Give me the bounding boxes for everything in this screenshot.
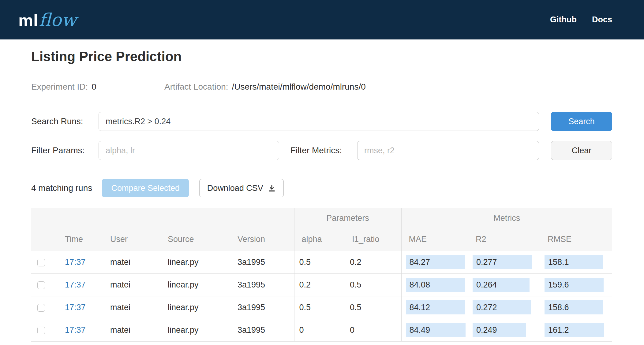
clear-button[interactable]: Clear (551, 141, 612, 160)
run-source: linear.py (160, 296, 230, 319)
run-version: 3a1995 (230, 319, 294, 341)
table-group-header-row: Parameters Metrics (31, 208, 612, 228)
filter-params-input[interactable] (99, 141, 279, 160)
table-row: 17:37 matei linear.py 3a1995 0.5 0.2 84.… (31, 251, 612, 273)
run-checkbox[interactable] (37, 327, 45, 334)
table-row: 17:37 matei linear.py 3a1995 0.2 0.5 84.… (31, 273, 612, 296)
table-row: 17:37 matei linear.py 3a1995 0 0 84.49 0… (31, 319, 612, 341)
col-r2: R2 (468, 228, 540, 251)
param-l1-ratio: 0.2 (345, 251, 401, 273)
experiment-id-value: 0 (92, 82, 96, 92)
main-content: Listing Price Prediction Experiment ID: … (0, 39, 644, 342)
run-source: linear.py (160, 273, 230, 296)
artifact-location-label: Artifact Location: (164, 82, 228, 92)
col-checkbox (31, 228, 58, 251)
runs-table: Parameters Metrics Time User Source Vers… (31, 208, 612, 342)
runs-actions-row: 4 matching runs Compare Selected Downloa… (31, 179, 613, 197)
run-time-link[interactable]: 17:37 (65, 280, 86, 289)
metric-r2: 0.264 (473, 278, 530, 292)
logo-flow-text: flow (39, 9, 77, 30)
experiment-meta: Experiment ID: 0 Artifact Location: /Use… (31, 82, 613, 92)
header-nav: Github Docs (550, 15, 612, 24)
col-l1-ratio: l1_ratio (345, 228, 401, 251)
param-l1-ratio: 0 (345, 319, 401, 341)
nav-github-link[interactable]: Github (550, 15, 577, 24)
run-checkbox[interactable] (37, 259, 45, 266)
group-header-metrics: Metrics (401, 208, 612, 228)
group-header-blank (31, 208, 294, 228)
table-row: 17:37 matei linear.py 3a1995 0.5 0.5 84.… (31, 296, 612, 319)
nav-docs-link[interactable]: Docs (592, 15, 612, 24)
col-rmse: RMSE (540, 228, 612, 251)
run-checkbox[interactable] (37, 281, 45, 289)
col-time: Time (58, 228, 103, 251)
artifact-location-value: /Users/matei/mlflow/demo/mlruns/0 (232, 82, 366, 92)
run-checkbox[interactable] (37, 304, 45, 312)
run-version: 3a1995 (230, 296, 294, 319)
run-time-link[interactable]: 17:37 (65, 258, 86, 267)
search-button[interactable]: Search (551, 112, 612, 131)
run-time-link[interactable]: 17:37 (65, 303, 86, 312)
filter-metrics-label: Filter Metrics: (290, 146, 357, 155)
download-icon (268, 184, 276, 192)
runs-table-header: Parameters Metrics Time User Source Vers… (31, 208, 612, 251)
matching-runs-count: 4 matching runs (31, 183, 92, 193)
metric-rmse: 161.2 (545, 323, 604, 337)
app-header: mlflow Github Docs (0, 0, 644, 39)
logo-ml-text: ml (18, 11, 38, 30)
run-version: 3a1995 (230, 251, 294, 273)
artifact-location-group: Artifact Location: /Users/matei/mlflow/d… (164, 82, 366, 92)
col-mae: MAE (401, 228, 468, 251)
metric-rmse: 158.1 (545, 255, 603, 269)
metric-r2: 0.249 (473, 323, 526, 337)
col-user: User (103, 228, 160, 251)
filter-params-label: Filter Params: (31, 146, 99, 155)
param-l1-ratio: 0.5 (345, 296, 401, 319)
metric-rmse: 159.6 (545, 278, 604, 292)
col-version: Version (230, 228, 294, 251)
metric-r2: 0.272 (473, 300, 531, 314)
download-csv-button[interactable]: Download CSV (199, 179, 284, 197)
experiment-id-label: Experiment ID: (31, 82, 88, 92)
run-source: linear.py (160, 319, 230, 341)
run-user: matei (103, 319, 160, 341)
table-column-header-row: Time User Source Version alpha l1_ratio … (31, 228, 612, 251)
download-csv-label: Download CSV (207, 184, 263, 193)
metric-mae: 84.27 (406, 255, 465, 269)
param-alpha: 0 (294, 319, 345, 341)
run-user: matei (103, 296, 160, 319)
run-time-link[interactable]: 17:37 (65, 325, 86, 335)
metric-mae: 84.49 (406, 323, 466, 337)
metric-mae: 84.12 (406, 300, 465, 314)
search-runs-label: Search Runs: (31, 117, 99, 126)
run-source: linear.py (160, 251, 230, 273)
param-alpha: 0.5 (294, 296, 345, 319)
metric-mae: 84.08 (406, 278, 465, 292)
metric-r2: 0.277 (473, 255, 532, 269)
compare-selected-button[interactable]: Compare Selected (102, 179, 189, 197)
page-title: Listing Price Prediction (31, 49, 613, 64)
runs-table-body: 17:37 matei linear.py 3a1995 0.5 0.2 84.… (31, 251, 612, 341)
col-source: Source (160, 228, 230, 251)
run-version: 3a1995 (230, 273, 294, 296)
param-l1-ratio: 0.5 (345, 273, 401, 296)
filters-row: Filter Params: Filter Metrics: Clear (31, 141, 612, 160)
col-alpha: alpha (294, 228, 345, 251)
run-user: matei (103, 251, 160, 273)
group-header-parameters: Parameters (294, 208, 401, 228)
search-runs-input[interactable] (99, 112, 539, 131)
run-user: matei (103, 273, 160, 296)
param-alpha: 0.5 (294, 251, 345, 273)
mlflow-logo[interactable]: mlflow (18, 9, 77, 30)
metric-rmse: 158.6 (545, 300, 603, 314)
filter-metrics-input[interactable] (357, 141, 539, 160)
experiment-id-group: Experiment ID: 0 (31, 82, 164, 92)
search-runs-row: Search Runs: Search (31, 112, 612, 131)
param-alpha: 0.2 (294, 273, 345, 296)
